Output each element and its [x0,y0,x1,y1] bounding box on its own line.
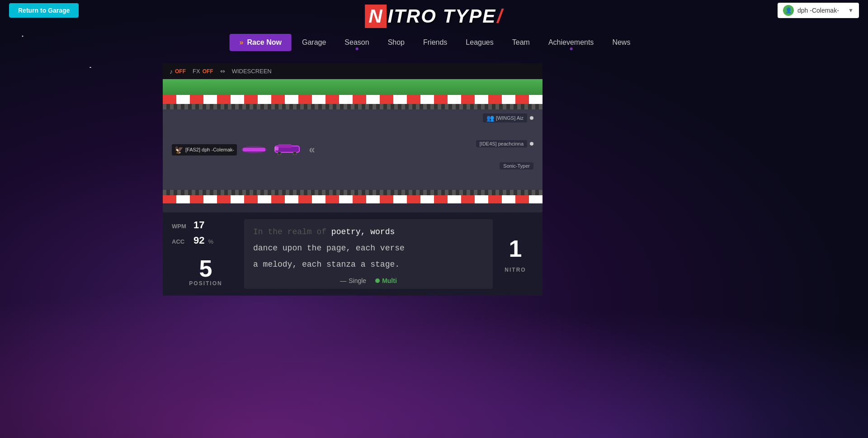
player-flag-icon: 🦅 [175,146,184,154]
nav-friends-label: Friends [423,38,447,47]
opponent-1-badge: 👥 [WINGS] Aiz [483,113,527,122]
nav-item-achievements[interactable]: Achievements [540,34,602,51]
nav-item-shop[interactable]: Shop [380,34,413,51]
position-label: POSITION [189,280,222,287]
typing-line3: a melody, each stanza a stage. [253,260,400,269]
nav-bar: » Race Now Garage Season Shop Friends Le… [230,34,639,51]
curb-strip-top [163,95,542,104]
fx-control[interactable]: FX OFF [193,68,213,75]
grass-strip [163,79,542,95]
acc-unit: % [208,238,213,245]
svg-point-39 [278,151,281,155]
player-name-label: [FAS2] dph -Colemak- [185,147,234,152]
nav-item-news[interactable]: News [604,34,638,51]
nitro-area: 1 NITRO [497,219,533,289]
multi-mode-option[interactable]: Multi [375,277,397,284]
typing-content: In the realm of poetry, words dance upon… [253,224,484,273]
multi-mode-dot [375,278,380,283]
music-control[interactable]: ♪ OFF [170,68,186,75]
left-stats: WPM 17 ACC 92 % 5 POSITION [172,219,240,289]
nav-item-season[interactable]: Season [336,34,377,51]
music-icon: ♪ [170,68,173,75]
typing-text-area[interactable]: In the realm of poetry, words dance upon… [244,219,493,289]
page-container: Return to Garage 👤 dph -Colemak- ▼ N ITR… [0,0,868,438]
return-garage-button[interactable]: Return to Garage [9,3,79,18]
fx-label: FX [193,68,200,75]
opponent-2-dot [530,142,533,146]
opponent-1-label: [WINGS] Aiz [496,115,524,121]
race-now-label: Race Now [247,38,282,47]
svg-rect-36 [243,148,265,151]
single-dash: — [340,277,346,284]
achievements-notification-dot [570,47,572,50]
opponent-2-badge: [IDE4S] peachcinna [476,140,527,147]
player-car-area: 🦅 [FAS2] dph -Colemak- [172,142,315,157]
season-notification-dot [355,47,358,50]
svg-point-40 [293,151,297,155]
acc-label: ACC [172,238,190,245]
wpm-row: WPM 17 [172,219,240,231]
opponent-1-icon: 👥 [486,114,494,122]
user-avatar-icon: 👤 [783,5,794,16]
chevrons-skip-icon: « [309,143,315,156]
position-value: 5 [199,257,212,280]
user-name-label: dph -Colemak- [797,7,844,14]
typing-line2: dance upon the page, each verse [253,244,405,253]
wpm-label: WPM [172,223,190,230]
nav-item-friends[interactable]: Friends [415,34,455,51]
current-typing-word: poetry, words [331,227,395,236]
fx-off-label: OFF [203,68,213,75]
arrows-icon: ⇔ [220,68,225,75]
nitro-value: 1 [509,235,522,262]
opponent-3-area: Sonic-Typer [500,162,533,170]
nav-news-label: News [612,38,630,47]
curb-strip-bottom [163,195,542,203]
nitro-type-logo: N ITRO TYPE / [365,5,503,28]
nav-leagues-label: Leagues [466,38,493,47]
player-info-badge: 🦅 [FAS2] dph -Colemak- [172,144,237,155]
single-mode-option[interactable]: — Single [340,277,366,284]
opponent-3-label: Sonic-Typer [503,163,530,169]
nav-item-garage[interactable]: Garage [294,34,334,51]
dropdown-arrow-icon: ▼ [848,7,854,14]
logo-slash: / [497,5,503,27]
nav-item-team[interactable]: Team [504,34,538,51]
music-off-label: OFF [175,68,186,75]
logo-text: ITRO TYPE [387,5,496,27]
opponent-3-badge: Sonic-Typer [500,162,533,170]
track-road: 🦅 [FAS2] dph -Colemak- [163,109,542,190]
opponent-2-label: [IDE4S] peachcinna [480,141,524,146]
race-now-button[interactable]: » Race Now [230,34,292,51]
logo-header: N ITRO TYPE / [365,5,503,28]
player-main-car [271,142,303,157]
svg-rect-38 [278,144,292,148]
race-chevrons-icon: » [240,38,244,47]
track-dots-bottom [163,190,542,195]
nav-team-label: Team [512,38,530,47]
acc-row: ACC 92 % [172,235,240,246]
nav-season-label: Season [344,38,369,47]
svg-rect-41 [275,147,278,151]
stats-panel: WPM 17 ACC 92 % 5 POSITION In the realm … [163,212,542,296]
opponent-1-dot [530,116,533,120]
arrows-control[interactable]: ⇔ [220,68,225,75]
nav-garage-label: Garage [302,38,326,47]
race-mode-selector: — Single Multi [253,277,484,284]
logo-n: N [365,5,387,28]
race-controls-bar: ♪ OFF FX OFF ⇔ WIDESCREEN [163,63,542,79]
race-track-area: ♪ OFF FX OFF ⇔ WIDESCREEN [163,63,542,212]
nav-achievements-label: Achievements [548,38,594,47]
nitro-label: NITRO [505,267,526,273]
user-dropdown[interactable]: 👤 dph -Colemak- ▼ [778,3,859,18]
nav-item-leagues[interactable]: Leagues [458,34,501,51]
single-mode-label: Single [349,277,366,284]
trail-car [241,145,268,154]
nav-shop-label: Shop [388,38,405,47]
acc-value: 92 [193,235,204,246]
widescreen-button[interactable]: WIDESCREEN [232,68,272,75]
typed-portion: In the realm of [253,227,326,236]
opponent-1-area: 👥 [WINGS] Aiz [483,113,533,122]
wpm-value: 17 [193,219,204,231]
track-dots-top [163,104,542,109]
widescreen-label: WIDESCREEN [232,68,272,75]
